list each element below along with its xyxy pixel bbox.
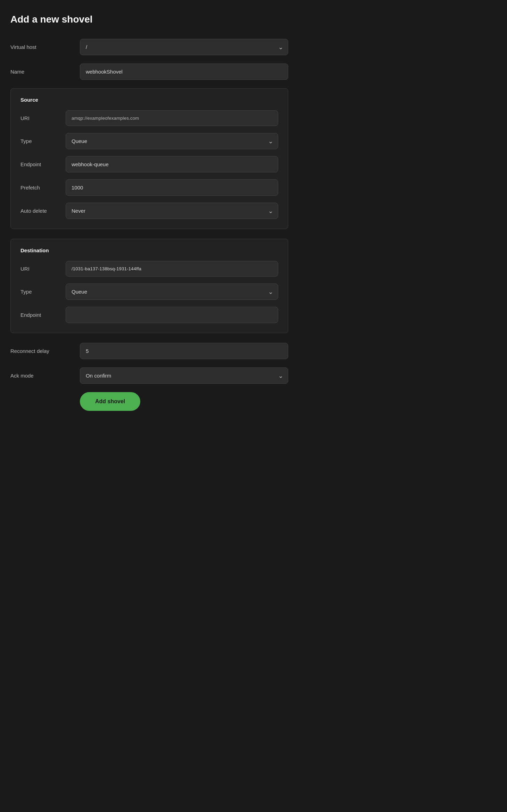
ack-mode-select-wrapper: On confirm On publish No ack ⌄ [80,367,288,384]
ack-mode-label: Ack mode [10,373,80,379]
source-uri-input[interactable] [66,110,278,126]
destination-uri-row: URI [20,261,278,277]
source-uri-row: URI [20,110,278,126]
destination-uri-label: URI [20,266,66,272]
destination-endpoint-input[interactable] [66,307,278,323]
destination-section: Destination URI Type Queue Exchange ⌄ En… [10,239,288,333]
reconnect-delay-row: Reconnect delay [10,343,288,359]
source-auto-delete-row: Auto delete Never After initial length c… [20,203,278,219]
source-type-row: Type Queue Exchange ⌄ [20,133,278,149]
reconnect-delay-input[interactable] [80,343,288,359]
source-auto-delete-label: Auto delete [20,208,66,214]
destination-type-label: Type [20,289,66,295]
name-label: Name [10,69,80,75]
source-auto-delete-select-wrapper: Never After initial length consumed Afte… [66,203,278,219]
source-endpoint-row: Endpoint [20,156,278,172]
name-row: Name [10,64,288,80]
source-uri-label: URI [20,115,66,121]
virtual-host-label: Virtual host [10,44,80,50]
destination-section-title: Destination [20,247,278,253]
source-auto-delete-select[interactable]: Never After initial length consumed Afte… [66,203,278,219]
source-section: Source URI Type Queue Exchange ⌄ Endpoin… [10,88,288,229]
source-prefetch-input[interactable] [66,179,278,196]
virtual-host-row: Virtual host / ⌄ [10,39,288,55]
reconnect-delay-label: Reconnect delay [10,348,80,354]
virtual-host-select[interactable]: / [80,39,288,55]
source-type-select-wrapper: Queue Exchange ⌄ [66,133,278,149]
source-endpoint-label: Endpoint [20,161,66,167]
source-prefetch-row: Prefetch [20,179,278,196]
destination-uri-input[interactable] [66,261,278,277]
add-shovel-button[interactable]: Add shovel [80,392,140,411]
destination-type-select[interactable]: Queue Exchange [66,284,278,300]
name-input[interactable] [80,64,288,80]
source-prefetch-label: Prefetch [20,185,66,191]
virtual-host-select-wrapper: / ⌄ [80,39,288,55]
ack-mode-row: Ack mode On confirm On publish No ack ⌄ [10,367,288,384]
source-type-label: Type [20,138,66,144]
source-section-title: Source [20,97,278,103]
destination-type-row: Type Queue Exchange ⌄ [20,284,278,300]
destination-endpoint-label: Endpoint [20,312,66,318]
destination-endpoint-row: Endpoint [20,307,278,323]
destination-type-select-wrapper: Queue Exchange ⌄ [66,284,278,300]
source-type-select[interactable]: Queue Exchange [66,133,278,149]
page-title: Add a new shovel [10,14,288,25]
source-endpoint-input[interactable] [66,156,278,172]
ack-mode-select[interactable]: On confirm On publish No ack [80,367,288,384]
